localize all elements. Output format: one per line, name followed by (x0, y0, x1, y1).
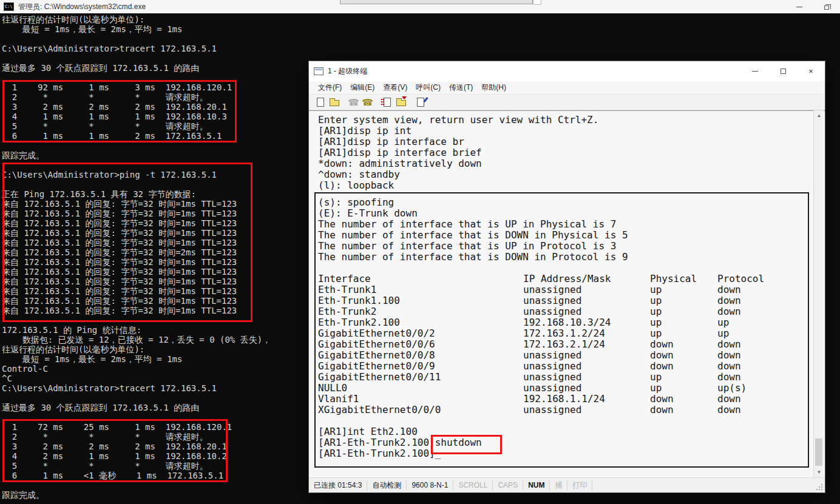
interface-ip: 192.168.10.3/24 (523, 317, 650, 328)
interface-ip: unassigned (523, 306, 650, 317)
minimize-icon (752, 71, 758, 72)
new-document-icon (317, 98, 324, 107)
hyperterminal-icon (314, 67, 323, 75)
interface-row: Eth-Trunk2 unassigned up down (318, 306, 808, 317)
terminal-screen[interactable]: Enter system view, return user view with… (309, 110, 825, 477)
interface-row: Vlanif1 192.168.1.1/24 down down (318, 394, 808, 405)
interface-summary: (s): spoofing(E): E-Trunk downThe number… (318, 197, 808, 274)
hyperterminal-window: 1 - 超级终端 × 文件(F)编辑(E)查看(V)呼叫(C)传送(T)帮助(H… (309, 61, 825, 492)
terminal-line: ^down: standby (318, 169, 825, 180)
interface-physical: up (650, 284, 717, 295)
properties-button[interactable] (413, 96, 427, 109)
header-physical: Physical (650, 274, 717, 284)
interface-ip: unassigned (523, 383, 650, 394)
interface-name: Eth-Trunk1 (318, 284, 523, 295)
terminal-output-top: Enter system view, return user view with… (309, 111, 825, 191)
hyperterminal-titlebar[interactable]: 1 - 超级终端 × (309, 61, 825, 81)
call-button[interactable]: ☎ (347, 96, 361, 109)
menu-item[interactable]: 文件(F) (314, 82, 346, 93)
console-line (2, 34, 840, 44)
interface-row: XGigabitEthernet0/0/0 unassigned down do… (318, 405, 808, 415)
receive-file-button[interactable] (394, 96, 408, 109)
interface-name: Vlanif1 (318, 394, 523, 405)
interface-physical: down (650, 350, 717, 361)
menu-item[interactable]: 编辑(E) (346, 82, 379, 93)
header-ip: IP Address/Mask (523, 274, 650, 284)
restore-icon (824, 5, 829, 10)
interface-ip: 192.168.1.1/24 (523, 394, 650, 405)
interface-ip: unassigned (523, 350, 650, 361)
terminal-line: The number of interface that is UP in Pr… (318, 241, 808, 252)
terminal-line: *down: administratively down (318, 158, 825, 169)
interface-physical: down (650, 405, 717, 415)
cmd-minimize-button[interactable] (785, 0, 813, 13)
console-line: C:\Users\Administrator>tracert 172.163.5… (2, 44, 840, 53)
interface-name: GigabitEthernet0/0/11 (318, 372, 523, 383)
annotation-highlight-tracert-1 (2, 80, 237, 143)
hyperterminal-maximize-button[interactable] (769, 61, 797, 81)
menu-item[interactable]: 帮助(H) (477, 82, 510, 93)
interface-name: XGigabitEthernet0/0/0 (318, 405, 523, 415)
interface-physical: up (650, 306, 717, 317)
interface-table-header: Interface IP Address/Mask Physical Proto… (318, 274, 808, 284)
interface-protocol: down (717, 350, 808, 361)
annotation-highlight-shutdown (431, 435, 502, 454)
background-window-edge-tab (533, 0, 541, 5)
terminal-line: [AR1-Eth-Trunk2.100]shutdown (318, 437, 808, 448)
interface-protocol: down (717, 361, 808, 372)
interface-protocol: down (717, 394, 808, 405)
interface-ip: 172.163.1.2/24 (523, 328, 650, 339)
interface-ip: unassigned (523, 405, 650, 415)
interface-name: GigabitEthernet0/0/2 (318, 328, 523, 339)
interface-row: Eth-Trunk1.100 unassigned up down (318, 295, 808, 306)
receive-arrow-icon (402, 96, 407, 99)
hyperterminal-minimize-button[interactable] (741, 61, 769, 81)
terminal-line (318, 263, 808, 274)
terminal-line: [AR1-Eth-Trunk2.100]_ (318, 448, 808, 459)
scrollbar-thumb[interactable] (815, 438, 822, 466)
interface-table-body: Eth-Trunk1 unassigned up down Eth-Trunk1… (318, 284, 808, 415)
interface-physical: up (650, 295, 717, 306)
scroll-down-button[interactable]: ▼ (814, 467, 824, 477)
interface-protocol: up (717, 317, 808, 328)
hangup-phone-icon: ☎ (362, 98, 373, 107)
scroll-up-button[interactable]: ▲ (814, 110, 824, 121)
call-phone-icon: ☎ (348, 98, 359, 107)
cmd-restore-button[interactable] (813, 0, 840, 13)
terminal-line: [AR1]int Eth2.100 (318, 426, 808, 437)
hyperterminal-title: 1 - 超级终端 (328, 66, 367, 76)
menu-item[interactable]: 传送(T) (445, 82, 477, 93)
interface-physical: up (650, 317, 717, 328)
resize-grip[interactable] (821, 489, 822, 490)
status-baud-rate: 9600 8-N-1 (407, 480, 453, 491)
interface-row: GigabitEthernet0/0/6 172.163.2.1/24 down… (318, 339, 808, 350)
terminal-line: [AR1]disp ip int (318, 126, 825, 136)
interface-protocol: down (717, 295, 808, 306)
status-capture: 捕 (550, 480, 567, 491)
terminal-line (318, 415, 808, 426)
interface-protocol: down (717, 372, 808, 383)
menu-item[interactable]: 查看(V) (379, 82, 412, 93)
menu-item[interactable]: 呼叫(C) (412, 82, 445, 93)
interface-ip: unassigned (523, 372, 650, 383)
interface-row: NULL0 unassigned up up(s) (318, 383, 808, 394)
terminal-output-box: (s): spoofing(E): E-Trunk downThe number… (314, 192, 809, 468)
interface-name: Eth-Trunk2 (318, 306, 523, 317)
open-button[interactable] (327, 96, 341, 109)
hyperterminal-close-button[interactable]: × (797, 61, 825, 81)
open-folder-icon (330, 100, 339, 106)
cmd-window-controls (785, 0, 840, 13)
terminal-line: The number of interface that is DOWN in … (318, 230, 808, 241)
terminal-line: [AR1]disp ip interface brief (318, 147, 825, 158)
new-connection-button[interactable] (313, 96, 327, 109)
terminal-line: Enter system view, return user view with… (318, 115, 825, 126)
send-file-button[interactable] (380, 96, 394, 109)
cmd-window-title: 管理员: C:\Windows\system32\cmd.exe (18, 2, 146, 12)
terminal-scrollbar[interactable]: ▲ ▼ (813, 110, 824, 477)
console-line: 最短 = 1ms，最长 = 2ms，平均 = 1ms (2, 24, 840, 34)
scroll-up-icon: ▲ (817, 113, 822, 118)
properties-page-icon (417, 98, 424, 107)
hangup-button[interactable]: ☎ (361, 96, 374, 109)
interface-ip: unassigned (523, 295, 650, 306)
send-file-icon (384, 98, 391, 107)
